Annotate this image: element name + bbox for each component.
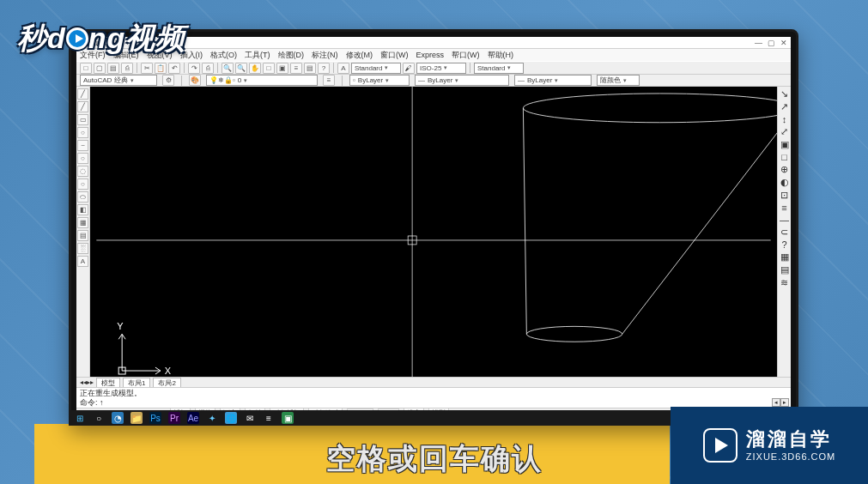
task-ps[interactable]: Ps [149,412,161,424]
tb-brush[interactable]: 🖌 [403,63,415,74]
task-explorer[interactable]: 📁 [131,412,143,424]
task-browser[interactable]: 🌐 [225,412,237,424]
mod-explode[interactable]: ≋ [780,277,788,288]
tb-save[interactable]: ▤ [107,63,119,74]
mod-offset[interactable]: ⤢ [780,126,788,137]
tool-text[interactable]: A [77,256,88,267]
tb-b3[interactable]: ≡ [290,63,302,74]
brand-badge[interactable]: 溜溜自学 ZIXUE.3D66.COM [671,407,868,484]
menu-dim[interactable]: 标注(N) [312,50,338,61]
mod-erase[interactable]: ↘ [780,88,788,100]
tool-spline[interactable]: ⬭ [77,191,88,203]
tool-block[interactable]: ▤ [77,230,88,241]
ucs-y: Y [117,321,124,331]
tab-nav[interactable]: ◂◂▸▸ [80,378,94,386]
tb-redo[interactable]: ⎙ [202,63,214,74]
task-app2[interactable]: ≡ [263,412,275,424]
layer-color-icon[interactable]: 🎨 [189,75,201,86]
tool-line[interactable]: ╱ [77,88,88,100]
tb-undo[interactable]: ↷ [188,63,200,74]
tab-layout1[interactable]: 布局1 [123,378,150,388]
plotstyle-combo[interactable]: 随颜色 [597,75,640,86]
tb-b1[interactable]: □ [263,63,275,74]
mod-mirror[interactable]: ↕ [782,114,787,124]
mod-copy[interactable]: ↗ [780,101,788,112]
menu-help[interactable]: 帮助(H) [488,50,514,61]
tablestyle-combo[interactable]: Standard [474,63,524,74]
workspace-combo[interactable]: AutoCAD 经典 [80,75,157,86]
svg-line-5 [523,108,526,334]
monitor-frame: A AutoCAD — ▢ ✕ 文件(F) 编辑(E) 视图(V) 插入(I) … [69,29,798,426]
linetype-combo[interactable]: — ByLayer [415,75,509,86]
tool-revcloud[interactable]: ○ [77,178,88,190]
tb-print[interactable]: ⎙ [121,63,133,74]
brand-name: 溜溜自学 [746,428,835,451]
close-button[interactable]: ✕ [780,39,787,47]
tb-style-a[interactable]: A [337,63,349,74]
tool-circle[interactable]: ◌ [77,166,88,177]
tb-zoom2[interactable]: 🔍 [235,63,247,74]
ws-gear[interactable]: ⚙ [162,75,174,86]
tb-open[interactable]: ▢ [94,63,106,74]
task-pr[interactable]: Pr [168,412,180,424]
menu-express[interactable]: Express [416,51,445,59]
tool-insert[interactable]: ▦ [77,217,88,228]
task-mail[interactable]: ✉ [244,412,256,424]
menu-draw[interactable]: 绘图(D) [278,50,305,61]
textstyle-combo[interactable]: Standard [351,63,401,74]
mod-rotate[interactable]: ⊕ [780,164,788,175]
color-combo[interactable]: ▫ ByLayer [349,75,410,86]
tb-b4[interactable]: ▤ [304,63,316,74]
cmd-history: 正在重生成模型。 [80,389,787,398]
mod-fillet[interactable]: ▤ [780,264,789,275]
tb-cut[interactable]: ✂ [141,63,153,74]
tab-layout2[interactable]: 布局2 [153,378,180,388]
tb-paste[interactable]: ↶ [168,63,180,74]
tool-rect[interactable]: ~ [77,140,88,151]
play-o-icon [66,27,88,50]
cmd-scroll[interactable]: ◂▸ [772,398,789,407]
tab-model[interactable]: 模型 [96,378,120,388]
tb-pan[interactable]: ✋ [249,63,261,74]
task-autocad[interactable]: ▣ [282,412,294,424]
task-cortana[interactable]: ○ [93,412,105,424]
layer-props-icon[interactable]: ≡ [323,75,335,86]
minimize-button[interactable]: — [755,39,762,47]
mod-scale[interactable]: ◐ [780,177,789,188]
tool-polygon[interactable]: ○ [77,127,88,138]
menu-modify[interactable]: 修改(M) [346,50,373,61]
mod-stretch[interactable]: ⊡ [780,190,788,201]
drawing-canvas[interactable]: Y X [90,87,777,377]
layer-combo[interactable]: 💡❄🔒▫ 0 [206,75,318,86]
command-line[interactable]: 正在重生成模型。 命令: ↑ ◂▸ [76,387,791,408]
menu-window2[interactable]: 帮口(W) [452,50,480,61]
menu-tools[interactable]: 工具(T) [245,50,270,61]
mod-chamfer[interactable]: ▦ [780,251,789,263]
mod-trim[interactable]: ≡ [781,203,786,213]
tool-pline[interactable]: ▭ [77,114,88,125]
mod-array[interactable]: ▣ [780,139,789,150]
tool-ellipse[interactable]: ◧ [77,204,88,215]
tb-b2[interactable]: ▣ [276,63,288,74]
mod-extend[interactable]: — [780,215,789,225]
brand-url: ZIXUE.3D66.COM [746,451,835,463]
tb-new[interactable]: □ [80,63,92,74]
tb-copy[interactable]: 📋 [155,63,167,74]
lineweight-combo[interactable]: — ByLayer [514,75,592,86]
menu-format[interactable]: 格式(O) [210,50,237,61]
task-edge[interactable]: ◔ [112,412,124,424]
dimstyle-combo[interactable]: ISO-25 [416,63,466,74]
tb-zoom[interactable]: 🔍 [222,63,234,74]
task-ae[interactable]: Ae [187,412,199,424]
mod-join[interactable]: ? [781,239,786,250]
task-start[interactable]: ⊞ [74,412,86,424]
menu-window[interactable]: 窗口(W) [380,50,409,61]
tb-help[interactable]: ? [318,63,330,74]
task-app1[interactable]: ✦ [206,412,218,424]
tool-xline[interactable]: ╱ [77,101,88,112]
tool-arc[interactable]: ○ [77,153,88,164]
maximize-button[interactable]: ▢ [768,39,775,47]
mod-move[interactable]: □ [781,152,787,162]
tool-hatch[interactable]: ░ [77,243,88,254]
mod-break[interactable]: ⊂ [780,227,788,238]
